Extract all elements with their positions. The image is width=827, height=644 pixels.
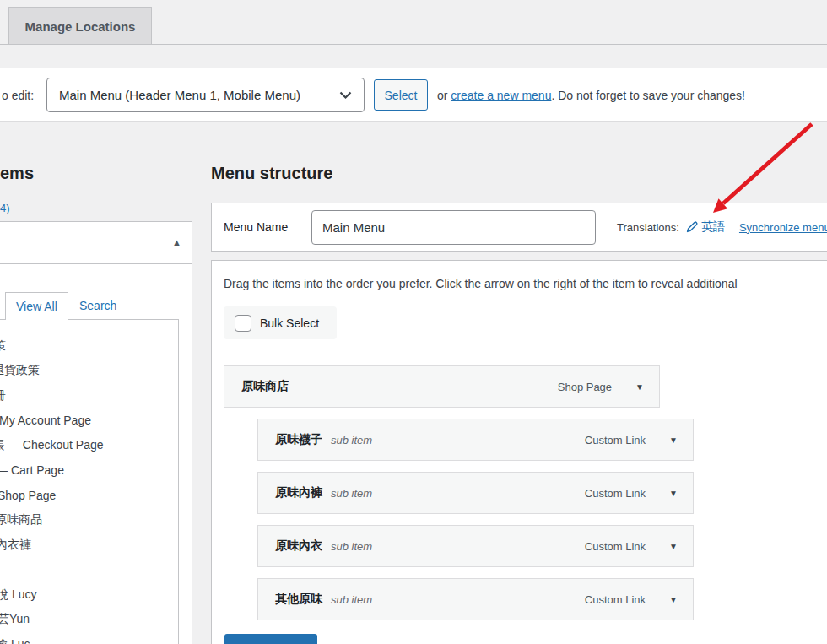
page-list-item[interactable]: 愉 Luc [0, 632, 178, 644]
bulk-select-checkbox[interactable] [235, 315, 251, 332]
menu-item-title: 原味商店 [241, 379, 289, 394]
menu-select-bar: o edit: Main Menu (Header Menu 1, Mobile… [0, 68, 827, 122]
menu-items-container: 原味商店Shop Page▼原味襪子sub itemCustom Link▼原味… [212, 365, 827, 631]
count-link-fragment[interactable]: 4) [0, 202, 10, 214]
menu-item-type-label: Custom Link [585, 540, 646, 553]
menu-item-bar[interactable]: 原味商店Shop Page▼ [224, 365, 660, 408]
page-list-item[interactable]: 帳 — Checkout Page [0, 433, 178, 458]
translations-label: Translations: [617, 221, 679, 234]
menu-structure-title: Menu structure [211, 164, 332, 183]
menu-item-bar[interactable]: 原味內衣sub itemCustom Link▼ [257, 525, 694, 567]
page-list-item[interactable]: 原味商品 [0, 508, 178, 533]
menu-item-type-label: Custom Link [585, 487, 646, 500]
create-menu-hint: or create a new menu. Do not forget to s… [437, 89, 745, 102]
select-button[interactable]: Select [374, 79, 428, 111]
page-list-item-label: — Cart Page [0, 463, 64, 477]
expand-arrow-icon[interactable]: ▼ [669, 489, 678, 498]
save-changes-text: . Do not forget to save your changes! [551, 89, 745, 102]
expand-arrow-icon[interactable]: ▼ [635, 382, 644, 392]
menu-item-type-label: Shop Page [558, 381, 612, 393]
menu-item-title: 原味內衣 [275, 538, 322, 554]
add-menu-items-heading: ems [0, 164, 34, 183]
translations-group: Translations: 英語 Synchronize menu [617, 203, 827, 251]
menu-structure-card: Drag the items into the order you prefer… [211, 260, 827, 644]
page-list-item-label: My Account Page [0, 414, 91, 427]
menu-select-dropdown[interactable]: Main Menu (Header Menu 1, Mobile Menu) [46, 78, 365, 112]
expand-arrow-icon[interactable]: ▼ [669, 595, 678, 604]
chevron-down-icon [339, 91, 352, 100]
page-list-item-label: 退貨政策 [0, 363, 40, 378]
page-list-item[interactable]: 冊 [0, 383, 178, 409]
page-list-item[interactable]: 策 [0, 333, 178, 359]
bulk-select-label: Bulk Select [260, 317, 319, 330]
menu-item-subitem-label: sub item [331, 540, 372, 553]
select-button-label: Select [385, 89, 418, 102]
page-list-item-label: 策 [0, 338, 6, 354]
tab-search[interactable]: Search [79, 299, 116, 312]
menu-item-subitem-label: sub item [331, 487, 372, 500]
menu-item-title: 其他原味 [275, 592, 322, 607]
menu-item-type-label: Custom Link [585, 434, 646, 446]
page-list-item[interactable]: Shop Page [0, 483, 178, 508]
menu-name-card: Menu Name Translations: 英語 Synchronize m… [211, 203, 827, 252]
tab-search-label: Search [79, 299, 116, 312]
page-list-item[interactable]: 芸Yun [0, 608, 178, 633]
synchronize-menus-link[interactable]: Synchronize menu [739, 221, 827, 234]
page-list-item-label: Shop Page [0, 489, 56, 502]
wordpress-menus-screen: Manage Locations o edit: Main Menu (Head… [0, 0, 827, 644]
menu-item-bar[interactable]: 原味襪子sub itemCustom Link▼ [257, 419, 694, 461]
page-list-item-label: 冊 [0, 388, 6, 403]
pages-accordion-panel: ▲ View All Search 策退貨政策冊My Account Page帳… [0, 221, 192, 644]
bulk-select-control: Bulk Select [224, 306, 337, 339]
pages-list: 策退貨政策冊My Account Page帳 — Checkout Page— … [0, 320, 178, 644]
page-list-item-label: 悅 Lucy [0, 587, 36, 603]
menu-item-title: 原味內褲 [275, 485, 322, 501]
page-list-item[interactable]: — Cart Page [0, 458, 178, 484]
menu-name-input[interactable] [311, 210, 596, 245]
menu-item-bar[interactable]: 原味內褲sub itemCustom Link▼ [257, 472, 694, 514]
menu-name-label: Menu Name [224, 220, 288, 234]
menu-item-type-label: Custom Link [585, 593, 646, 606]
page-list-item[interactable]: My Account Page [0, 409, 178, 434]
save-menu-button[interactable] [224, 634, 317, 644]
tab-view-all-label: View All [16, 300, 57, 313]
page-list-item[interactable]: 內衣褲 [0, 533, 178, 558]
expand-arrow-icon[interactable]: ▼ [669, 436, 678, 445]
menu-select-dropdown-value: Main Menu (Header Menu 1, Mobile Menu) [59, 88, 300, 102]
edit-translation-link[interactable]: 英語 [685, 219, 725, 235]
create-new-menu-link[interactable]: create a new menu [451, 89, 551, 102]
tab-manage-locations[interactable]: Manage Locations [8, 7, 152, 45]
tab-view-all[interactable]: View All [5, 292, 68, 320]
select-menu-to-edit-label: o edit: [2, 89, 34, 102]
translation-language-label: 英語 [701, 219, 725, 235]
page-list-item-label: 原味商品 [0, 512, 42, 528]
menu-item-subitem-label: sub item [331, 434, 372, 446]
or-text: or [437, 89, 451, 102]
tab-manage-locations-label: Manage Locations [25, 19, 136, 34]
expand-arrow-icon[interactable]: ▼ [669, 542, 678, 551]
tab-row-divider [0, 44, 827, 45]
menu-item-title: 原味襪子 [275, 432, 322, 447]
page-list-item-label: 愉 Luc [0, 637, 30, 644]
page-list-item[interactable] [0, 558, 178, 583]
pages-checklist-box: 策退貨政策冊My Account Page帳 — Checkout Page— … [0, 319, 179, 644]
pencil-icon [685, 220, 699, 234]
page-list-item[interactable]: 退貨政策 [0, 359, 178, 384]
menu-item-subitem-label: sub item [331, 593, 372, 606]
pages-accordion-header[interactable]: ▲ [0, 222, 192, 264]
menu-item-bar[interactable]: 其他原味sub itemCustom Link▼ [257, 578, 694, 620]
page-list-item-label: 內衣褲 [0, 538, 31, 553]
collapse-triangle-icon[interactable]: ▲ [172, 237, 181, 247]
page-list-item-label: 帳 — Checkout Page [0, 438, 104, 453]
page-list-item-label: 芸Yun [0, 612, 30, 627]
drag-instructions-text: Drag the items into the order you prefer… [224, 277, 827, 290]
page-list-item[interactable]: 悅 Lucy [0, 582, 178, 608]
